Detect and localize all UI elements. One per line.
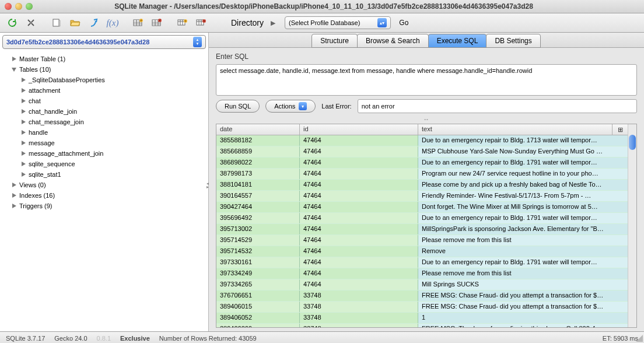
splitter-handle[interactable]: ◂▸: [206, 182, 209, 189]
rename-table-icon[interactable]: [192, 16, 210, 30]
disclosure-triangle-icon[interactable]: [21, 88, 26, 93]
toolbar: f(x) Directory ▶ (Select Profile Databas…: [0, 13, 644, 33]
go-button[interactable]: Go: [392, 19, 415, 27]
tree-node[interactable]: sqlite_stat1: [4, 169, 205, 180]
disclosure-triangle-icon[interactable]: [21, 162, 26, 167]
tree-node[interactable]: chat_message_join: [4, 117, 205, 127]
import-icon[interactable]: [85, 16, 103, 30]
table-row[interactable]: 39569649247464Due to an emergency repair…: [216, 213, 628, 224]
disclosure-triangle-icon[interactable]: [12, 67, 17, 72]
table-row[interactable]: 39733016147464Due to an emergency repair…: [216, 257, 628, 268]
tree-node-label: sqlite_stat1: [29, 171, 61, 178]
sql-input[interactable]: select message.date, handle.id, message.…: [216, 64, 637, 96]
table-row[interactable]: 39733424947464Please remove me from this…: [216, 268, 628, 279]
disclosure-triangle-icon[interactable]: [12, 193, 17, 198]
table-row[interactable]: 38810418147464Please come by and pick up…: [216, 180, 628, 191]
cell: Program our new 24/7 service request hot…: [418, 169, 628, 179]
table-row[interactable]: 39042746447464Dont forget. The Wine Mixe…: [216, 202, 628, 213]
stepper-icon[interactable]: ▲▼: [193, 37, 202, 47]
table-row[interactable]: 39733426547464Mill Springs SUCKS: [216, 279, 628, 290]
copy-table-icon[interactable]: [174, 16, 191, 30]
actions-button[interactable]: Actions ▾: [265, 100, 316, 113]
tree-node[interactable]: Triggers (9): [4, 201, 205, 211]
tree-node-label: _SqliteDatabaseProperties: [29, 76, 105, 83]
table-row[interactable]: 37670665133748FREE MSG: Chase Fraud- did…: [216, 290, 628, 302]
table-row[interactable]: 38689802247464Due to an emergency repair…: [216, 158, 628, 169]
tree-node[interactable]: message: [4, 138, 205, 148]
window-title: SQLite Manager - /Users/lances/Desktop/i…: [4, 2, 644, 10]
tree-node[interactable]: attachment: [4, 85, 205, 96]
database-select[interactable]: 3d0d7e5fb2ce288813306e4d4636395e047a3d28…: [2, 35, 206, 49]
disclosure-triangle-icon[interactable]: [12, 183, 17, 188]
directory-label: Directory: [225, 18, 270, 27]
cell: 47464: [300, 146, 418, 157]
scroll-thumb[interactable]: [629, 135, 636, 150]
cell: Due to an emergency repair to Bldg. 1791…: [418, 257, 628, 268]
disclosure-triangle-icon[interactable]: [21, 99, 26, 104]
scrollbar[interactable]: [628, 124, 636, 327]
tree-node[interactable]: Indexes (16): [4, 190, 205, 201]
grid-rows: 38558818247464Due to an emergency repair…: [216, 135, 628, 327]
svg-point-0: [30, 22, 32, 24]
tab-browse-search[interactable]: Browse & Search: [357, 34, 429, 48]
disclosure-triangle-icon[interactable]: [21, 109, 26, 114]
tree-node[interactable]: handle: [4, 127, 205, 138]
column-header[interactable]: text: [418, 124, 612, 135]
cell: 47464: [300, 169, 418, 179]
run-sql-button[interactable]: Run SQL: [216, 100, 260, 113]
cell: 395714529: [216, 235, 300, 246]
tab-execute-sql[interactable]: Execute SQL: [428, 34, 487, 48]
cell: 397334265: [216, 279, 300, 290]
settings-icon[interactable]: [22, 16, 40, 30]
cell: 33748: [300, 290, 418, 301]
table-row[interactable]: 39016455747464Friendly Reminder- Wine Fe…: [216, 191, 628, 202]
resize-grip-icon[interactable]: [636, 335, 643, 342]
tree-node[interactable]: chat: [4, 96, 205, 106]
function-icon[interactable]: f(x): [104, 16, 121, 30]
cell: 389406015: [216, 302, 300, 312]
drop-table-icon[interactable]: [148, 16, 166, 30]
column-picker-icon[interactable]: ⊞: [612, 124, 628, 135]
tree-node[interactable]: chat_handle_join: [4, 106, 205, 117]
table-row[interactable]: 38940606933748FREE MSG: Thank you for co…: [216, 324, 628, 327]
cell: 390427464: [216, 202, 300, 212]
column-header[interactable]: date: [216, 124, 300, 135]
cell: 388104181: [216, 180, 300, 190]
tree-node[interactable]: Master Table (1): [4, 54, 205, 64]
table-row[interactable]: 39571453247464Remove: [216, 246, 628, 257]
disclosure-triangle-icon[interactable]: [21, 151, 26, 156]
table-row[interactable]: 39571452947464Please remove me from this…: [216, 235, 628, 246]
tab-db-settings[interactable]: DB Settings: [486, 34, 540, 48]
table-row[interactable]: 39571300247464MillSpringsPark is sponsor…: [216, 224, 628, 235]
column-header[interactable]: id: [300, 124, 418, 135]
directory-chevron-icon[interactable]: ▶: [271, 19, 284, 27]
pane-grip[interactable]: ••: [216, 117, 637, 120]
disclosure-triangle-icon[interactable]: [21, 172, 26, 177]
profile-select[interactable]: (Select Profile Database) ▴▾: [285, 16, 391, 29]
status-et: ET: 5903 ms: [603, 335, 638, 342]
disclosure-triangle-icon[interactable]: [12, 204, 17, 209]
tree-node[interactable]: sqlite_sequence: [4, 159, 205, 169]
refresh-icon[interactable]: [4, 16, 21, 30]
open-db-icon[interactable]: [66, 16, 84, 30]
tree-node[interactable]: Views (0): [4, 180, 205, 190]
disclosure-triangle-icon[interactable]: [21, 120, 26, 125]
new-db-icon[interactable]: [48, 16, 65, 30]
table-row[interactable]: 389406052337481: [216, 313, 628, 324]
disclosure-triangle-icon[interactable]: [21, 141, 26, 146]
cell: 376706651: [216, 290, 300, 301]
disclosure-triangle-icon[interactable]: [12, 57, 17, 62]
table-row[interactable]: 38799817347464Program our new 24/7 servi…: [216, 169, 628, 180]
tree-node-label: chat: [29, 97, 41, 104]
table-row[interactable]: 38558818247464Due to an emergency repair…: [216, 135, 628, 146]
tree-node[interactable]: Tables (10): [4, 64, 205, 75]
disclosure-triangle-icon[interactable]: [21, 78, 26, 83]
schema-tree[interactable]: Master Table (1)Tables (10)_SqliteDataba…: [0, 51, 208, 331]
table-row[interactable]: 38940601533748FREE MSG: Chase Fraud- did…: [216, 302, 628, 313]
tree-node[interactable]: message_attachment_join: [4, 148, 205, 159]
table-row[interactable]: 38566885947464MSP Clubhouse Yard-Sale No…: [216, 146, 628, 158]
tree-node[interactable]: _SqliteDatabaseProperties: [4, 75, 205, 85]
tab-structure[interactable]: Structure: [312, 34, 358, 48]
new-table-icon[interactable]: [130, 16, 147, 30]
disclosure-triangle-icon[interactable]: [21, 130, 26, 135]
